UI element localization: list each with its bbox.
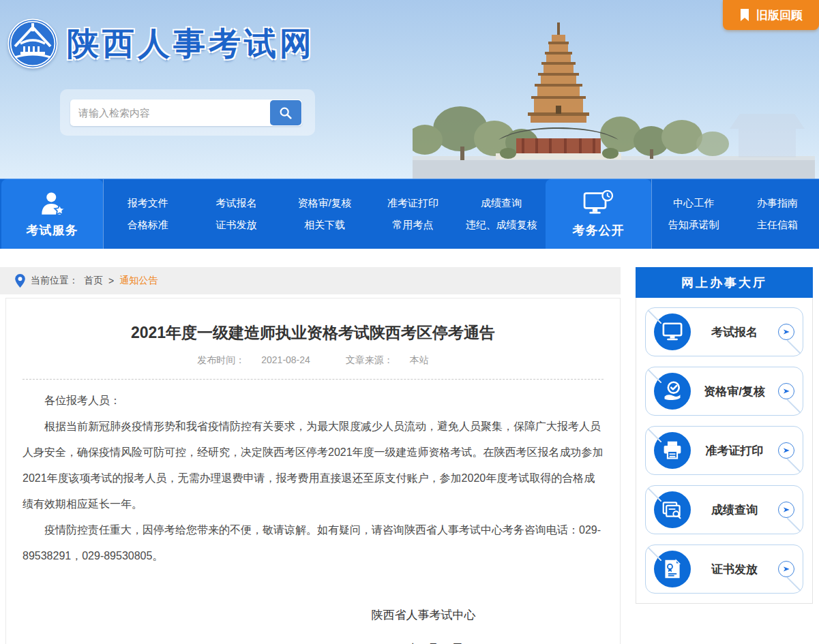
nav-right-groups: 中心工作 告知承诺制 办事指南 主任信箱 [651,179,819,249]
nav-item-admission-ticket-print[interactable]: 准考证打印 [387,197,438,210]
certificate-icon [654,551,691,587]
nav-col-guide: 办事指南 主任信箱 [736,197,819,232]
breadcrumb-current-link[interactable]: 通知公告 [119,275,158,287]
breadcrumb-home-link[interactable]: 首页 [84,275,103,287]
nav-col-score: 成绩查询 违纪、成绩复核 [457,197,546,232]
old-version-label: 旧版回顾 [756,7,803,23]
breadcrumb-label: 当前位置： [31,275,78,287]
arrow-circle-icon [778,442,794,459]
nav-item-qualification-review[interactable]: 资格审/复核 [297,197,351,210]
article-body: 各位报考人员： 根据当前新冠肺炎疫情形势和我省疫情防控有关要求，为最大限度减少人… [23,388,604,569]
page: 陕西人事考试网 旧版回顾 [0,0,819,644]
site-header: 陕西人事考试网 旧版回顾 [0,0,819,179]
nav-exam-service[interactable]: 考试服务 [1,179,103,249]
site-logo-icon [7,18,59,70]
nav-col-ticket: 准考证打印 常用考点 [369,197,458,232]
paragraph-contact: 疫情防控责任重大，因停考给您带来的不便，敬请谅解。如有疑问，请咨询陕西省人事考试… [23,517,604,569]
location-pin-icon [15,274,25,288]
article-column: 当前位置： 首页 > 通知公告 2021年度一级建造师执业资格考试陕西考区停考通… [0,267,621,644]
score-search-icon [654,491,691,528]
main-nav: 考试服务 报考文件 合格标准 考试报名 证书发放 资格审/复核 相关下载 准考证… [0,179,819,249]
nav-exam-affairs[interactable]: 考务公开 [546,179,651,249]
search-icon [278,106,293,121]
nav-col-registration: 考试报名 证书发放 [192,197,281,232]
nav-item-notification-commitment[interactable]: 告知承诺制 [668,219,719,232]
site-title: 陕西人事考试网 [67,22,315,65]
sidebar-item-label: 成绩查询 [691,502,778,518]
search-button[interactable] [270,100,301,125]
breadcrumb-separator: > [108,275,114,286]
content-area: 当前位置： 首页 > 通知公告 2021年度一级建造师执业资格考试陕西考区停考通… [0,249,819,644]
paragraph-main: 根据当前新冠肺炎疫情形势和我省疫情防控有关要求，为最大限度减少人员流动，避免人员… [23,414,604,517]
nav-exam-service-label: 考试服务 [27,222,78,239]
sidebar-item-qualification-review[interactable]: 资格审/复核 [645,367,803,416]
brand: 陕西人事考试网 [7,18,315,70]
nav-left-groups: 报考文件 合格标准 考试报名 证书发放 资格审/复核 相关下载 准考证打印 常用… [103,179,546,249]
nav-item-pass-standard[interactable]: 合格标准 [128,219,168,232]
search-input[interactable] [70,107,270,119]
nav-item-service-guide[interactable]: 办事指南 [757,197,798,210]
bookmark-icon [739,9,750,21]
sidebar-item-label: 证书发放 [691,562,778,577]
sidebar-item-exam-registration[interactable]: 考试报名 [645,307,803,356]
hand-check-icon [654,373,691,410]
sidebar-item-label: 考试报名 [691,324,778,340]
search-box [70,99,302,126]
nav-item-score-inquiry[interactable]: 成绩查询 [481,197,522,210]
nav-col-documents: 报考文件 合格标准 [104,197,192,232]
nav-item-common-test-sites[interactable]: 常用考点 [393,219,434,232]
sidebar: 网上办事大厅 考试报名 [636,267,813,604]
nav-col-review: 资格审/复核 相关下载 [280,197,369,232]
pagoda-photo [413,12,815,179]
publish-time: 发布时间：2021-08-24 [189,354,318,365]
breadcrumb: 当前位置： 首页 > 通知公告 [0,267,621,294]
sidebar-service-list: 考试报名 资格审/复核 [636,298,813,604]
article-source: 文章来源：本站 [338,354,437,365]
paragraph-greeting: 各位报考人员： [23,388,604,414]
nav-item-director-mailbox[interactable]: 主任信箱 [757,219,798,232]
arrow-circle-icon [778,561,794,577]
nav-col-center-work: 中心工作 告知承诺制 [652,197,736,232]
nav-item-violation-score-review[interactable]: 违纪、成绩复核 [466,219,537,232]
sidebar-item-certificate-issue[interactable]: 证书发放 [645,545,803,594]
article-title: 2021年度一级建造师执业资格考试陕西考区停考通告 [43,322,583,343]
monitor-icon [654,313,691,350]
nav-item-exam-documents[interactable]: 报考文件 [128,197,168,210]
sidebar-item-admission-ticket-print[interactable]: 准考证打印 [645,426,803,475]
sidebar-item-score-inquiry[interactable]: 成绩查询 [645,485,803,534]
search-panel [60,89,315,136]
nav-exam-affairs-label: 考务公开 [573,222,625,239]
article-meta: 发布时间：2021-08-24 文章来源：本站 [23,354,604,367]
article: 2021年度一级建造师执业资格考试陕西考区停考通告 发布时间：2021-08-2… [5,298,621,644]
nav-item-downloads[interactable]: 相关下载 [304,219,345,232]
printer-icon [654,432,691,469]
signature-block: 陕西省人事考试中心 2021年8月24日 [321,607,526,644]
sidebar-item-label: 资格审/复核 [691,384,778,399]
user-star-icon [38,190,67,217]
old-version-button[interactable]: 旧版回顾 [723,0,819,30]
signature-date: 2021年8月24日 [321,641,526,644]
dashed-divider [23,379,604,380]
monitor-clock-icon [583,190,614,217]
sidebar-title: 网上办事大厅 [636,267,813,298]
nav-item-certificate-issue[interactable]: 证书发放 [215,219,256,232]
sidebar-item-label: 准考证打印 [691,443,778,459]
arrow-circle-icon [778,383,794,399]
arrow-circle-icon [778,324,794,340]
nav-item-center-work[interactable]: 中心工作 [673,197,714,210]
nav-item-exam-registration[interactable]: 考试报名 [215,197,256,210]
signature: 陕西省人事考试中心 [321,607,526,623]
arrow-circle-icon [778,502,794,518]
